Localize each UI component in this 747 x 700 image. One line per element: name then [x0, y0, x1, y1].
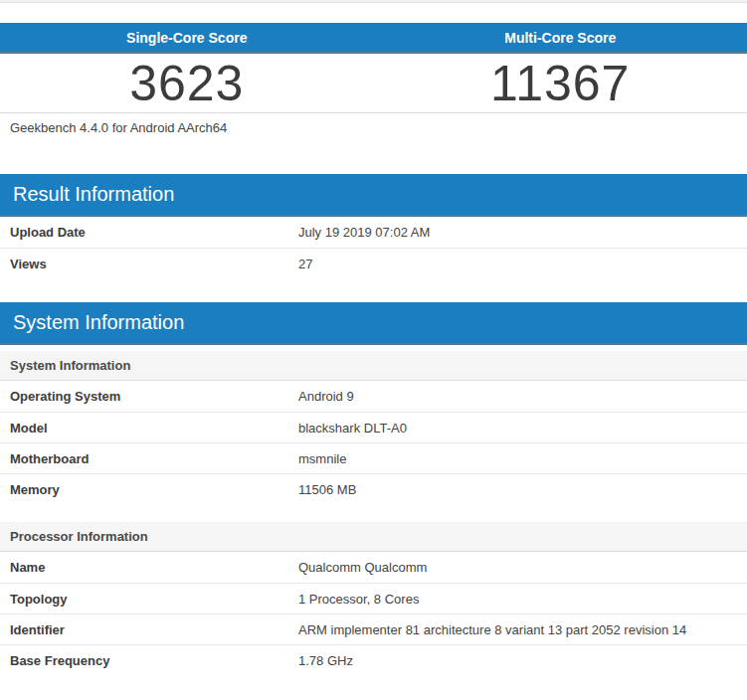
row-upload-date: Upload Date July 19 2019 07:02 AM: [0, 217, 747, 248]
row-base-frequency: Base Frequency 1.78 GHz: [0, 644, 747, 675]
multi-core-score-label: Multi-Core Score: [374, 23, 747, 52]
row-value: ARM implementer 81 architecture 8 varian…: [298, 615, 747, 644]
system-information-title: System Information: [0, 302, 747, 345]
row-model: Model blackshark DLT-A0: [0, 412, 747, 442]
row-memory: Memory 11506 MB: [0, 473, 747, 504]
row-value: July 19 2019 07:02 AM: [298, 218, 747, 247]
multi-core-score-value: 11367: [374, 54, 747, 112]
row-value: 11506 MB: [298, 475, 747, 504]
top-divider: [0, 0, 747, 3]
row-value: Qualcomm Qualcomm: [298, 553, 747, 582]
system-information-group-heading: System Information: [0, 351, 747, 381]
row-identifier: Identifier ARM implementer 81 architectu…: [0, 613, 747, 644]
score-header-bar: Single-Core Score Multi-Core Score: [0, 23, 747, 54]
row-value: msmnile: [298, 444, 747, 473]
result-information-title: Result Information: [0, 174, 747, 217]
row-label: Upload Date: [0, 225, 298, 240]
row-value: 1.78 GHz: [298, 646, 747, 675]
single-core-score-value: 3623: [0, 54, 374, 112]
row-label: Name: [0, 560, 298, 575]
single-core-score-label: Single-Core Score: [0, 23, 374, 52]
row-label: Topology: [0, 592, 298, 607]
benchmark-version-caption: Geekbench 4.4.0 for Android AArch64: [0, 113, 747, 141]
row-operating-system: Operating System Android 9: [0, 381, 747, 412]
result-information-section: Result Information Upload Date July 19 2…: [0, 174, 747, 278]
system-information-section: System Information System Information Op…: [0, 302, 747, 675]
row-views: Views 27: [0, 248, 747, 278]
row-value: Android 9: [298, 382, 747, 411]
row-label: Memory: [0, 482, 298, 497]
score-values: 3623 11367: [0, 54, 747, 113]
row-topology: Topology 1 Processor, 8 Cores: [0, 583, 747, 613]
row-label: Base Frequency: [0, 653, 298, 668]
row-motherboard: Motherboard msmnile: [0, 442, 747, 473]
row-label: Operating System: [0, 389, 298, 404]
row-label: Views: [0, 257, 298, 271]
row-name: Name Qualcomm Qualcomm: [0, 552, 747, 583]
row-value: blackshark DLT-A0: [298, 414, 747, 442]
row-label: Identifier: [0, 622, 298, 637]
row-value: 1 Processor, 8 Cores: [298, 585, 747, 613]
processor-information-group-heading: Processor Information: [0, 522, 747, 552]
row-label: Model: [0, 421, 298, 436]
row-value: 27: [298, 250, 747, 278]
row-label: Motherboard: [0, 451, 298, 466]
